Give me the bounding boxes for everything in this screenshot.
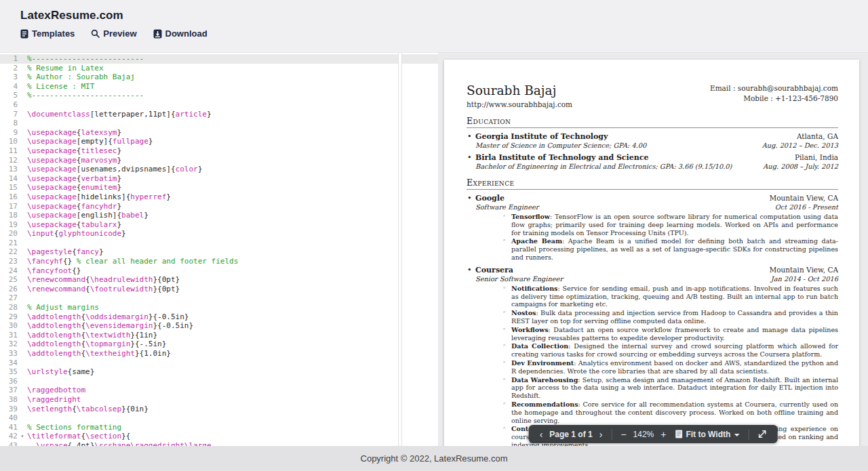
resume-org: Coursera <box>467 266 513 274</box>
code-line[interactable]: 41% Sections formatting <box>0 423 438 432</box>
line-number: 14 <box>0 174 18 184</box>
next-page-button[interactable]: › <box>598 430 604 439</box>
resume-role: Software Engineer <box>467 203 538 211</box>
code-line[interactable]: 11\usepackage{titlesec} <box>0 146 438 156</box>
line-number: 1 <box>0 54 18 64</box>
preview-button[interactable]: Preview <box>91 28 136 39</box>
code-text: \addtolength{\evensidemargin}{-0.5in} <box>27 321 438 331</box>
line-number: 38 <box>0 395 18 405</box>
code-editor[interactable]: 1%-------------------------2% Resume in … <box>0 53 438 446</box>
resume-bullet-text: Nostos: Bulk data processing and injecti… <box>511 309 838 325</box>
code-line[interactable]: 3% Author : Sourabh Bajaj <box>0 73 438 82</box>
code-line[interactable]: 20\input{glyphtounicode} <box>0 229 438 239</box>
fold-gutter <box>18 423 27 432</box>
code-text: \usepackage[empty]{fullpage} <box>27 137 438 146</box>
resume-website: http://www.sourabhbajaj.com <box>467 100 572 108</box>
code-line[interactable]: 14\usepackage{verbatim} <box>0 174 438 184</box>
fold-gutter <box>18 239 27 248</box>
prev-page-button[interactable]: ‹ <box>538 430 545 439</box>
fit-to-width-label: Fit to Width <box>686 430 730 439</box>
download-button[interactable]: Download <box>153 28 208 39</box>
code-line[interactable]: 8 <box>0 119 438 128</box>
code-text: \raggedbottom <box>27 386 438 395</box>
resume-bullet-text: Notifications: Service for sending email… <box>511 285 838 308</box>
code-line[interactable]: 43 \vspace{-4pt}\scshape\raggedright\lar… <box>0 441 438 446</box>
code-line[interactable]: 28% Adjust margins <box>0 303 438 312</box>
code-line[interactable]: 23\fancyhf{} % clear all header and foot… <box>0 257 438 266</box>
code-line[interactable]: 29\addtolength{\oddsidemargin}{-0.5in} <box>0 312 438 322</box>
fold-gutter <box>18 340 27 349</box>
code-line[interactable]: 7\documentclass[letterpaper,11pt]{articl… <box>0 110 438 119</box>
line-number: 17 <box>0 202 18 211</box>
code-text <box>27 239 438 248</box>
pdf-viewer[interactable]: Sourabh Bajaj http://www.sourabhbajaj.co… <box>438 53 868 446</box>
code-text <box>27 293 438 303</box>
fold-marker-icon[interactable]: ▾ <box>18 432 27 441</box>
caret-down-icon <box>734 434 739 436</box>
line-number: 7 <box>0 110 18 119</box>
code-line[interactable]: 42▾\titleformat{\section}{ <box>0 432 438 441</box>
resume-item: GoogleMountain View, CASoftware Engineer… <box>467 194 838 262</box>
line-number: 34 <box>0 359 18 368</box>
code-line[interactable]: 4% License : MIT <box>0 82 438 91</box>
fold-gutter <box>18 156 27 165</box>
line-number: 30 <box>0 321 18 331</box>
fold-gutter <box>18 192 27 202</box>
resume-dates: Aug. 2008 – July. 2012 <box>756 163 838 170</box>
code-line[interactable]: 30\addtolength{\evensidemargin}{-0.5in} <box>0 321 438 331</box>
code-line[interactable]: 12\usepackage{marvosym} <box>0 156 438 165</box>
line-number: 19 <box>0 220 18 230</box>
code-line[interactable]: 24\fancyfoot{} <box>0 266 438 276</box>
fold-gutter <box>18 110 27 119</box>
fit-to-width-button[interactable]: Fit to Width <box>673 430 741 439</box>
line-number: 4 <box>0 82 18 91</box>
code-line[interactable]: 6 <box>0 100 438 110</box>
zoom-out-button[interactable]: − <box>619 430 627 439</box>
templates-label: Templates <box>32 28 75 39</box>
code-text: \addtolength{\textheight}{1.0in} <box>27 349 438 359</box>
code-line[interactable]: 40 <box>0 413 438 423</box>
pdf-toolbar: ‹ Page 1 of 1 › − 142% + Fit to Width <box>529 425 778 443</box>
expand-button[interactable] <box>756 430 768 438</box>
code-line[interactable]: 31\addtolength{\textwidth}{1in} <box>0 331 438 340</box>
code-line[interactable]: 36 <box>0 377 438 386</box>
resume-item-subheader: Master of Science in Computer Science; G… <box>467 142 838 149</box>
code-line[interactable]: 13\usepackage[usenames,dvipsnames]{color… <box>0 165 438 174</box>
code-line[interactable]: 27 <box>0 293 438 303</box>
main-content: 1%-------------------------2% Resume in … <box>0 53 868 446</box>
code-text <box>27 359 438 368</box>
code-line[interactable]: 22\pagestyle{fancy} <box>0 247 438 257</box>
code-line[interactable]: 5%------------------------- <box>0 91 438 100</box>
line-number: 12 <box>0 156 18 165</box>
code-line[interactable]: 17\usepackage{fancyhdr} <box>0 202 438 211</box>
resume-dates: Jan 2014 - Oct 2016 <box>764 275 838 283</box>
code-line[interactable]: 33\addtolength{\textheight}{1.0in} <box>0 349 438 359</box>
code-line[interactable]: 1%------------------------- <box>0 54 438 64</box>
code-line[interactable]: 38\raggedright <box>0 395 438 405</box>
code-line[interactable]: 21 <box>0 239 438 248</box>
templates-button[interactable]: Templates <box>20 28 75 39</box>
code-line[interactable]: 39\setlength{\tabcolsep}{0in} <box>0 405 438 414</box>
code-line[interactable]: 26\renewcommand{\footrulewidth}{0pt} <box>0 285 438 294</box>
code-text: \usepackage{titlesec} <box>27 146 438 156</box>
code-line[interactable]: 25\renewcommand{\headrulewidth}{0pt} <box>0 275 438 285</box>
code-line[interactable]: 16\usepackage[hidelinks]{hyperref} <box>0 192 438 202</box>
code-text: \usepackage{verbatim} <box>27 174 438 184</box>
code-line[interactable]: 19\usepackage{tabularx} <box>0 220 438 230</box>
zoom-in-button[interactable]: + <box>659 430 667 439</box>
code-line[interactable]: 32\addtolength{\topmargin}{-.5in} <box>0 340 438 349</box>
code-line[interactable]: 15\usepackage{enumitem} <box>0 183 438 192</box>
code-line[interactable]: 37\raggedbottom <box>0 386 438 395</box>
code-text: % Resume in Latex <box>27 64 438 73</box>
code-line[interactable]: 34 <box>0 359 438 368</box>
fold-gutter <box>18 220 27 230</box>
code-line[interactable]: 2% Resume in Latex <box>0 64 438 73</box>
code-line[interactable]: 35\urlstyle{same} <box>0 367 438 377</box>
code-line[interactable]: 9\usepackage{latexsym} <box>0 128 438 138</box>
site-title: LatexResume.com <box>0 0 868 22</box>
code-line[interactable]: 18\usepackage[english]{babel} <box>0 211 438 220</box>
resume-bullet: Data Warehousing: Setup, schema design a… <box>502 376 838 400</box>
fold-gutter <box>18 73 27 82</box>
code-line[interactable]: 10\usepackage[empty]{fullpage} <box>0 137 438 146</box>
download-label: Download <box>165 28 208 39</box>
